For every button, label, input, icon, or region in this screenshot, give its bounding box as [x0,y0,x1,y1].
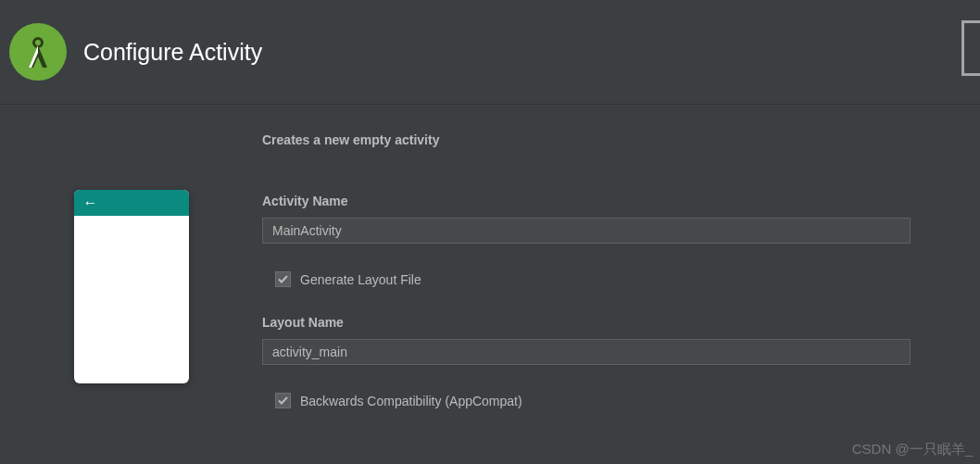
checkmark-icon [277,273,289,285]
compass-icon [19,32,57,71]
activity-name-group: Activity Name [262,194,911,244]
layout-name-label: Layout Name [262,315,911,330]
backwards-compat-label: Backwards Compatibility (AppCompat) [300,394,522,408]
activity-name-label: Activity Name [262,194,911,208]
backwards-compat-row: Backwards Compatibility (AppCompat) [262,393,911,408]
page-title: Configure Activity [83,39,262,66]
generate-layout-row: Generate Layout File [262,271,911,287]
header-decoration [961,20,980,76]
form-description: Creates a new empty activity [262,132,911,147]
layout-name-input[interactable] [262,339,911,365]
checkmark-icon [277,395,289,407]
watermark: CSDN @一只眠羊_ [852,441,973,458]
generate-layout-label: Generate Layout File [300,272,421,287]
content-area: ← Creates a new empty activity Activity … [0,105,980,436]
phone-appbar: ← [74,190,189,216]
generate-layout-checkbox[interactable] [275,271,291,287]
back-arrow-icon: ← [83,194,98,211]
activity-name-input[interactable] [262,218,911,244]
preview-column: ← [0,132,262,436]
form-column: Creates a new empty activity Activity Na… [262,132,980,436]
backwards-compat-checkbox[interactable] [275,393,291,408]
header-bar: Configure Activity [0,0,980,105]
android-studio-logo [9,23,67,81]
layout-name-group: Layout Name [262,315,911,365]
phone-preview: ← [74,190,189,383]
